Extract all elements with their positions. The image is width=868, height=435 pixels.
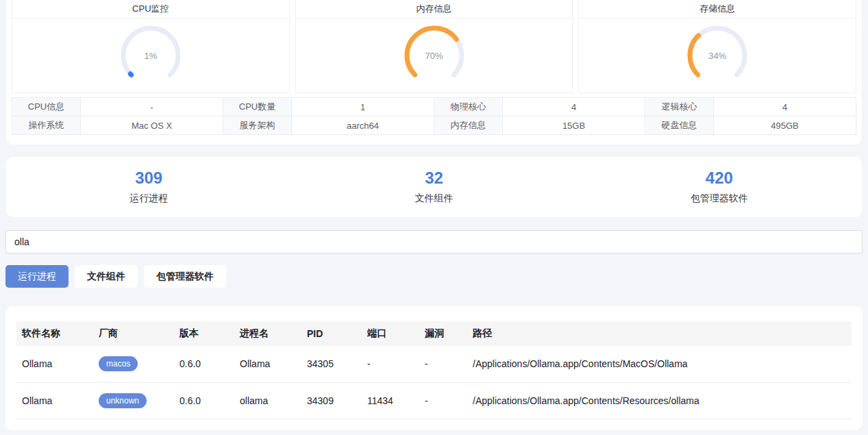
summary-stats-card: 309 运行进程 32 文件组件 420 包管理器软件 xyxy=(6,157,862,217)
col-vendor: 厂商 xyxy=(93,321,174,346)
table-row: Ollama unknown 0.6.0 ollama 34309 11434 … xyxy=(16,382,852,419)
col-path: 路径 xyxy=(467,321,852,346)
cell-process-name: ollama xyxy=(234,382,301,419)
info-label: 硬盘信息 xyxy=(645,116,714,135)
info-value: 4 xyxy=(503,98,645,116)
info-value: Mac OS X xyxy=(81,116,223,135)
system-info-row: 操作系统 Mac OS X 服务架构 aarch64 内存信息 15GB 硬盘信… xyxy=(12,116,856,135)
stat-running-processes: 309 运行进程 xyxy=(6,170,291,205)
vendor-badge: unknown xyxy=(99,393,147,408)
cpu-gauge-panel: CPU监控 1% xyxy=(12,0,290,93)
stat-package-manager-software: 420 包管理器软件 xyxy=(577,170,862,205)
info-label: 服务架构 xyxy=(223,116,292,135)
system-info-table: CPU信息 - CPU数量 1 物理核心 4 逻辑核心 4 操作系统 Mac O… xyxy=(12,97,856,135)
cell-path: /Applications/Ollama.app/Contents/MacOS/… xyxy=(467,346,852,382)
col-process-name: 进程名 xyxy=(234,321,301,346)
storage-gauge-panel: 存储信息 34% xyxy=(578,0,856,93)
cell-software-name: Ollama xyxy=(16,346,93,382)
software-table: 软件名称 厂商 版本 进程名 PID 端口 漏洞 路径 Ollama macos… xyxy=(16,321,852,419)
system-info-row: CPU信息 - CPU数量 1 物理核心 4 逻辑核心 4 xyxy=(12,98,856,116)
stat-value: 309 xyxy=(6,170,291,186)
info-label: 逻辑核心 xyxy=(645,98,714,116)
search-row xyxy=(5,230,863,253)
cpu-gauge-title: CPU监控 xyxy=(12,0,289,18)
info-label: CPU信息 xyxy=(12,98,81,116)
search-input[interactable] xyxy=(5,230,863,253)
cpu-gauge-value: 1% xyxy=(116,21,185,90)
cell-version: 0.6.0 xyxy=(174,382,234,419)
stat-label: 运行进程 xyxy=(6,192,291,205)
col-port: 端口 xyxy=(362,321,419,346)
memory-gauge-chart: 70% xyxy=(400,21,469,90)
cell-vendor: macos xyxy=(93,346,174,382)
stat-file-components: 32 文件组件 xyxy=(291,170,576,205)
info-value: aarch64 xyxy=(292,116,434,135)
system-monitor-card: CPU监控 1% 内存信息 70% xyxy=(6,0,862,145)
info-label: 操作系统 xyxy=(12,116,81,135)
col-vulnerability: 漏洞 xyxy=(419,321,467,346)
stat-value: 420 xyxy=(577,170,862,186)
info-label: 物理核心 xyxy=(434,98,503,116)
software-table-card: 软件名称 厂商 版本 进程名 PID 端口 漏洞 路径 Ollama macos… xyxy=(5,306,863,430)
cell-port: - xyxy=(362,346,419,382)
tab-file-components[interactable]: 文件组件 xyxy=(75,265,138,288)
info-label: CPU数量 xyxy=(223,98,292,116)
stat-label: 文件组件 xyxy=(291,192,576,205)
col-pid: PID xyxy=(301,321,362,346)
table-row: Ollama macos 0.6.0 Ollama 34305 - - /App… xyxy=(16,346,852,382)
tab-running-processes[interactable]: 运行进程 xyxy=(5,265,69,288)
col-version: 版本 xyxy=(174,321,234,346)
cell-vendor: unknown xyxy=(93,382,174,419)
cell-port: 11434 xyxy=(362,382,419,419)
memory-gauge-panel: 内存信息 70% xyxy=(295,0,573,93)
storage-gauge-chart: 34% xyxy=(683,21,752,90)
tab-package-manager-software[interactable]: 包管理器软件 xyxy=(144,265,226,288)
info-value: 1 xyxy=(292,98,434,116)
vendor-badge: macos xyxy=(99,356,138,371)
memory-gauge-value: 70% xyxy=(400,21,469,90)
cell-software-name: Ollama xyxy=(16,382,93,419)
info-value: - xyxy=(81,98,223,116)
cell-version: 0.6.0 xyxy=(174,346,234,382)
stat-value: 32 xyxy=(291,170,576,186)
cell-pid: 34309 xyxy=(301,382,362,419)
col-software-name: 软件名称 xyxy=(16,321,93,346)
software-table-header-row: 软件名称 厂商 版本 进程名 PID 端口 漏洞 路径 xyxy=(16,321,852,346)
cell-process-name: Ollama xyxy=(234,346,301,382)
storage-gauge-value: 34% xyxy=(683,21,752,90)
category-tabs: 运行进程 文件组件 包管理器软件 xyxy=(5,265,863,288)
info-value: 495GB xyxy=(714,116,856,135)
info-label: 内存信息 xyxy=(434,116,503,135)
cell-vulnerability: - xyxy=(419,346,467,382)
storage-gauge-title: 存储信息 xyxy=(579,0,856,18)
stat-label: 包管理器软件 xyxy=(577,192,862,205)
memory-gauge-title: 内存信息 xyxy=(296,0,573,18)
info-value: 15GB xyxy=(503,116,645,135)
gauge-row: CPU监控 1% 内存信息 70% xyxy=(12,0,856,93)
info-value: 4 xyxy=(714,98,856,116)
cell-path: /Applications/Ollama.app/Contents/Resour… xyxy=(467,382,852,419)
cell-vulnerability: - xyxy=(419,382,467,419)
cell-pid: 34305 xyxy=(301,346,362,382)
cpu-gauge-chart: 1% xyxy=(116,21,185,90)
